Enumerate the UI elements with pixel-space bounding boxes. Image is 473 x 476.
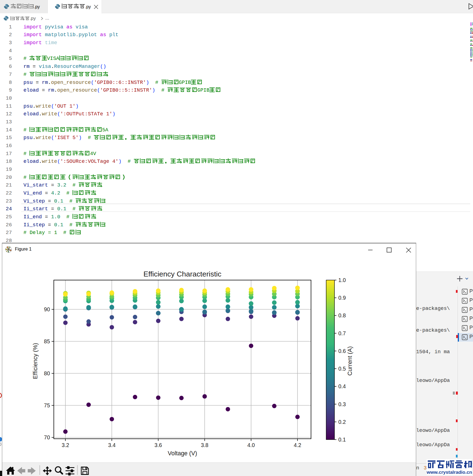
svg-text:3.8: 3.8 (201, 442, 208, 448)
svg-text:0.8: 0.8 (338, 312, 346, 318)
svg-text:4.0: 4.0 (247, 442, 255, 448)
svg-text:85: 85 (44, 338, 50, 344)
svg-text:0.6: 0.6 (338, 348, 346, 354)
svg-text:0.7: 0.7 (338, 330, 346, 336)
svg-text:3.4: 3.4 (108, 442, 116, 448)
svg-text:Efficiency Characteristic: Efficiency Characteristic (144, 270, 221, 278)
svg-text:3.2: 3.2 (62, 442, 69, 448)
svg-text:0.5: 0.5 (338, 366, 346, 372)
svg-text:80: 80 (44, 370, 50, 376)
svg-text:0.4: 0.4 (338, 383, 346, 389)
svg-text:3.6: 3.6 (155, 442, 162, 448)
svg-text:0.1: 0.1 (338, 437, 346, 443)
svg-text:1.0: 1.0 (338, 277, 346, 283)
svg-text:70: 70 (44, 434, 50, 440)
svg-text:75: 75 (44, 402, 50, 408)
svg-text:Efficiency (%): Efficiency (%) (32, 343, 39, 379)
svg-text:0.9: 0.9 (338, 295, 346, 301)
svg-text:0.3: 0.3 (338, 401, 346, 407)
svg-text:Voltage (V): Voltage (V) (168, 450, 197, 457)
svg-text:Current (A): Current (A) (347, 346, 353, 376)
svg-text:90: 90 (44, 306, 50, 312)
svg-text:4.2: 4.2 (294, 442, 301, 448)
svg-text:0.2: 0.2 (338, 419, 346, 425)
